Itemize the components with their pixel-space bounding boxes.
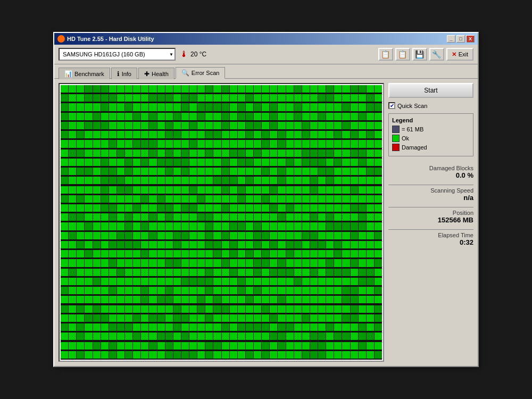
grid-cell — [302, 159, 310, 166]
grid-cell — [69, 323, 76, 331]
grid-cell — [367, 149, 374, 157]
grid-cell — [294, 195, 302, 203]
grid-cell — [189, 140, 197, 147]
grid-cell — [246, 113, 253, 120]
grid-cell — [310, 232, 318, 239]
grid-cell — [367, 140, 374, 147]
grid-cell — [230, 131, 237, 138]
grid-cell — [101, 122, 109, 129]
grid-cell — [109, 222, 117, 230]
grid-cell — [254, 296, 261, 303]
grid-cell — [326, 269, 334, 276]
grid-cell — [197, 314, 205, 322]
tab-error-scan[interactable]: 🔍 Error Scan — [176, 67, 226, 79]
quick-scan-checkbox[interactable]: ✔ — [388, 102, 395, 109]
grid-cell — [117, 342, 124, 350]
copy2-button[interactable]: 📋 — [395, 48, 410, 61]
tab-benchmark[interactable]: 📊 Benchmark — [59, 68, 110, 79]
grid-cell — [302, 287, 310, 294]
damaged-blocks-label: Damaged Blocks — [388, 165, 473, 171]
grid-cell — [262, 296, 269, 303]
save-button[interactable]: 💾 — [412, 48, 427, 61]
grid-cell — [117, 287, 124, 294]
grid-cell — [165, 296, 173, 303]
grid-cell — [302, 195, 310, 203]
grid-cell — [149, 323, 156, 331]
grid-cell — [133, 113, 140, 120]
grid-cell — [222, 259, 229, 267]
grid-cell — [318, 177, 326, 184]
grid-cell — [165, 314, 173, 322]
drive-selector[interactable]: SAMSUNG HD161GJ (160 GB) — [59, 48, 176, 61]
grid-cell — [213, 250, 221, 257]
grid-cell — [246, 195, 253, 203]
grid-cell — [262, 131, 269, 138]
maximize-button[interactable]: □ — [456, 35, 465, 43]
grid-cell — [334, 250, 342, 257]
grid-cell — [173, 259, 181, 267]
grid-cell — [222, 204, 229, 212]
grid-cell — [351, 241, 358, 248]
grid-cell — [270, 168, 277, 175]
close-button[interactable]: X — [466, 35, 475, 43]
grid-cell — [149, 241, 156, 248]
grid-cell — [262, 159, 269, 166]
tab-health[interactable]: ✚ Health — [138, 68, 174, 79]
grid-cell — [222, 131, 229, 138]
grid-cell — [61, 140, 68, 147]
grid-cell — [302, 168, 310, 175]
grid-cell — [181, 269, 189, 276]
grid-cell — [93, 159, 101, 166]
grid-cell — [238, 305, 245, 313]
copy1-button[interactable]: 📋 — [378, 48, 393, 61]
grid-cell — [157, 305, 165, 313]
grid-cell — [270, 122, 277, 129]
grid-cell — [375, 332, 382, 340]
grid-cell — [334, 103, 342, 111]
grid-cell — [334, 278, 342, 285]
grid-cell — [310, 222, 318, 230]
grid-cell — [109, 168, 117, 175]
grid-cell — [351, 259, 358, 267]
tab-info[interactable]: ℹ Info — [111, 68, 137, 79]
grid-cell — [189, 204, 197, 212]
grid-cell — [109, 232, 117, 239]
grid-cell — [286, 195, 294, 203]
tools-button[interactable]: 🔧 — [429, 48, 444, 61]
grid-cell — [310, 122, 318, 129]
grid-cell — [359, 342, 366, 350]
title-bar-controls: _ □ X — [447, 35, 475, 43]
grid-cell — [222, 287, 229, 294]
grid-cell — [181, 131, 189, 138]
grid-cell — [359, 269, 366, 276]
grid-cell — [246, 94, 253, 102]
grid-cell — [351, 113, 358, 120]
grid-cell — [117, 94, 124, 102]
grid-cell — [254, 204, 261, 212]
start-button[interactable]: Start — [388, 83, 473, 98]
grid-cell — [318, 113, 326, 120]
grid-cell — [125, 296, 132, 303]
grid-cell — [367, 342, 374, 350]
grid-cell — [149, 278, 156, 285]
grid-cell — [181, 323, 189, 331]
grid-cell — [197, 186, 205, 194]
minimize-button[interactable]: _ — [447, 35, 455, 43]
grid-cell — [222, 278, 229, 285]
grid-cell — [351, 332, 358, 340]
grid-cell — [359, 296, 366, 303]
grid-cell — [133, 177, 140, 184]
grid-cell — [302, 323, 310, 331]
grid-cell — [359, 259, 366, 267]
grid-cell — [189, 149, 197, 157]
grid-cell — [117, 278, 124, 285]
grid-cell — [149, 213, 156, 221]
grid-cell — [141, 177, 148, 184]
grid-cell — [302, 241, 310, 248]
grid-cell — [230, 250, 237, 257]
grid-cell — [77, 259, 84, 267]
exit-button[interactable]: ✕ Exit — [446, 48, 473, 61]
grid-cell — [69, 94, 76, 102]
grid-cell — [85, 131, 92, 138]
grid-cell — [149, 351, 156, 359]
